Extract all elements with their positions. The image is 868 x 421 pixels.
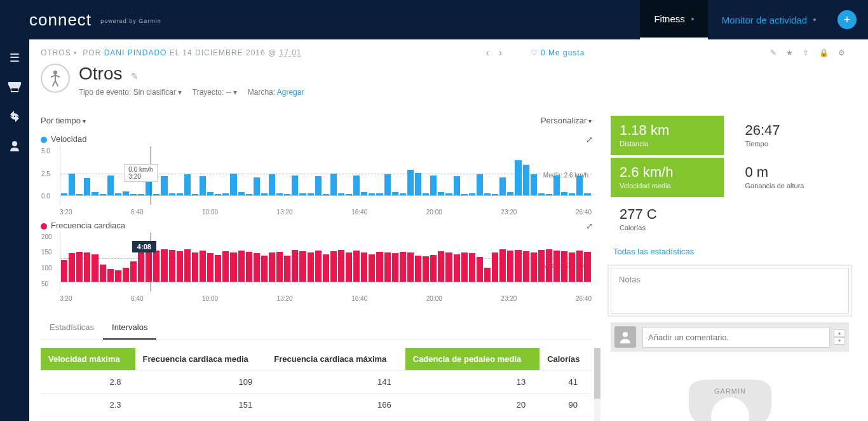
tab-fitness[interactable]: Fitness (640, 0, 707, 39)
add-button[interactable]: + (837, 10, 857, 29)
tab-monitor-label: Monitor de actividad (722, 15, 807, 25)
top-nav: connect powered by Garmin Fitness Monito… (0, 0, 868, 39)
dot-icon (691, 18, 694, 20)
logo-text: connect (29, 10, 92, 29)
dot-icon (813, 18, 816, 21)
logo-subtext: powered by Garmin (100, 18, 161, 24)
tab-fitness-label: Fitness (654, 13, 684, 24)
logo: connect powered by Garmin (29, 10, 161, 30)
tab-monitor[interactable]: Monitor de actividad (708, 0, 830, 39)
